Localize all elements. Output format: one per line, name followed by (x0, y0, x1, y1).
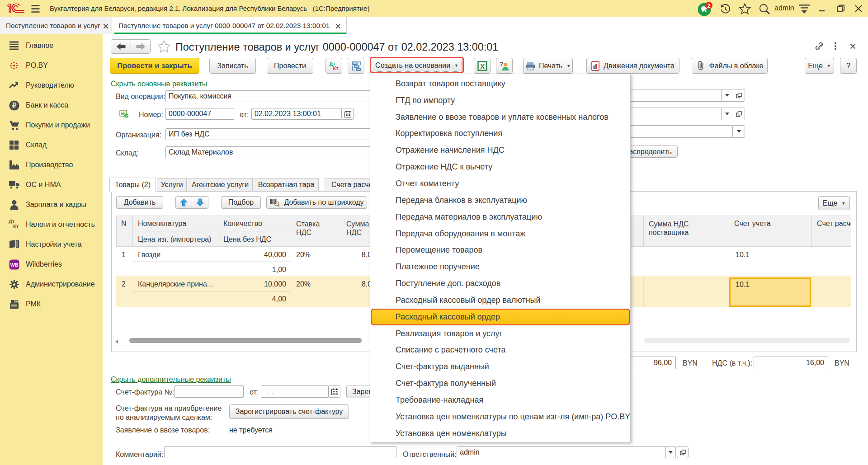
svg-text:X: X (480, 62, 485, 70)
svg-text:?: ? (500, 61, 503, 67)
svg-text:WB: WB (10, 262, 19, 268)
svg-text:₽: ₽ (12, 102, 17, 109)
svg-text:2: 2 (707, 2, 710, 9)
